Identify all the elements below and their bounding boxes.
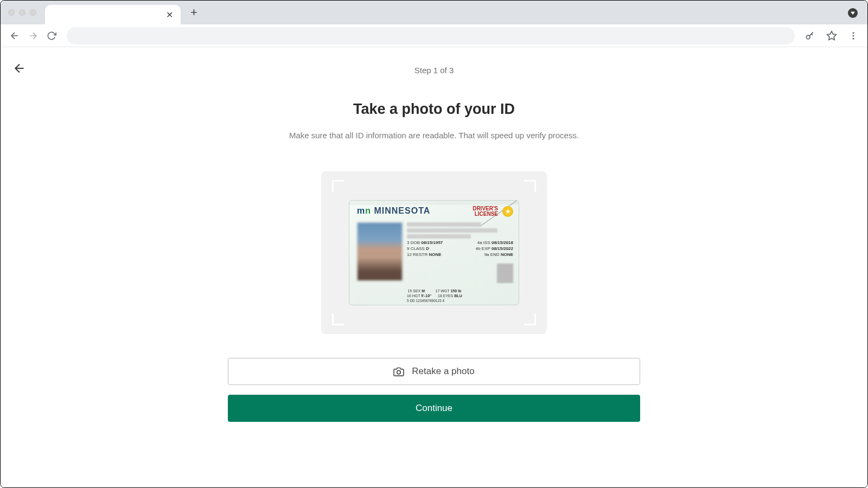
id-card-image: mn MINNESOTA DRIVER'S LICENSE ★ 3 DOB 08… bbox=[349, 200, 519, 305]
id-document-number: 5 DD 1234567890123 4 bbox=[407, 299, 444, 303]
close-window-button[interactable] bbox=[8, 9, 15, 16]
minimize-window-button[interactable] bbox=[19, 9, 25, 16]
browser-reload-button[interactable] bbox=[44, 28, 59, 43]
svg-point-1 bbox=[806, 35, 810, 39]
continue-button-label: Continue bbox=[416, 403, 452, 413]
bookmark-star-icon[interactable] bbox=[824, 28, 839, 43]
close-tab-icon[interactable]: ✕ bbox=[166, 10, 173, 20]
window-controls bbox=[8, 9, 36, 16]
address-bar[interactable] bbox=[67, 27, 795, 44]
svg-point-4 bbox=[853, 35, 854, 36]
id-portrait bbox=[357, 222, 403, 281]
id-photo-preview: mn MINNESOTA DRIVER'S LICENSE ★ 3 DOB 08… bbox=[321, 171, 547, 334]
browser-back-button[interactable] bbox=[7, 28, 22, 43]
page-back-button[interactable] bbox=[12, 61, 27, 78]
id-state-name: mn MINNESOTA bbox=[357, 206, 430, 216]
password-key-icon[interactable] bbox=[802, 28, 818, 43]
browser-menu-icon[interactable] bbox=[846, 28, 861, 43]
continue-button[interactable]: Continue bbox=[228, 395, 640, 422]
real-id-star-icon: ★ bbox=[502, 206, 513, 217]
retake-button-label: Retake a photo bbox=[412, 366, 474, 377]
new-tab-button[interactable]: + bbox=[190, 5, 197, 20]
browser-tab-bar: ✕ + bbox=[1, 1, 867, 24]
page-content: Step 1 of 3 Take a photo of your ID Make… bbox=[1, 47, 867, 487]
crop-corner-icon bbox=[524, 313, 536, 325]
page-title: Take a photo of your ID bbox=[228, 101, 640, 118]
browser-toolbar bbox=[1, 24, 867, 47]
maximize-window-button[interactable] bbox=[30, 9, 36, 16]
browser-forward-button[interactable] bbox=[25, 28, 41, 43]
crop-corner-icon bbox=[332, 180, 344, 192]
crop-corner-icon bbox=[332, 313, 344, 325]
retake-photo-button[interactable]: Retake a photo bbox=[228, 358, 640, 385]
page-subtitle: Make sure that all ID information are re… bbox=[228, 131, 640, 140]
step-indicator: Step 1 of 3 bbox=[228, 66, 640, 75]
svg-marker-2 bbox=[827, 31, 837, 40]
svg-point-6 bbox=[397, 370, 401, 374]
svg-point-5 bbox=[853, 37, 854, 39]
camera-icon bbox=[393, 367, 404, 376]
browser-tab[interactable]: ✕ bbox=[45, 5, 181, 24]
svg-point-3 bbox=[853, 32, 854, 34]
crop-corner-icon bbox=[524, 180, 536, 192]
id-fields: 3 DOB 08/15/19574a ISS 08/15/2018 9 CLAS… bbox=[407, 222, 513, 257]
svg-marker-0 bbox=[851, 12, 855, 15]
profile-badge[interactable] bbox=[848, 8, 858, 18]
id-license-label: DRIVER'S LICENSE bbox=[473, 206, 498, 217]
id-ghost-portrait bbox=[497, 264, 513, 283]
id-bottom-fields: 15 SEX M 17 WGT 150 lb 16 HGT 5'-10" 18 … bbox=[407, 288, 462, 298]
